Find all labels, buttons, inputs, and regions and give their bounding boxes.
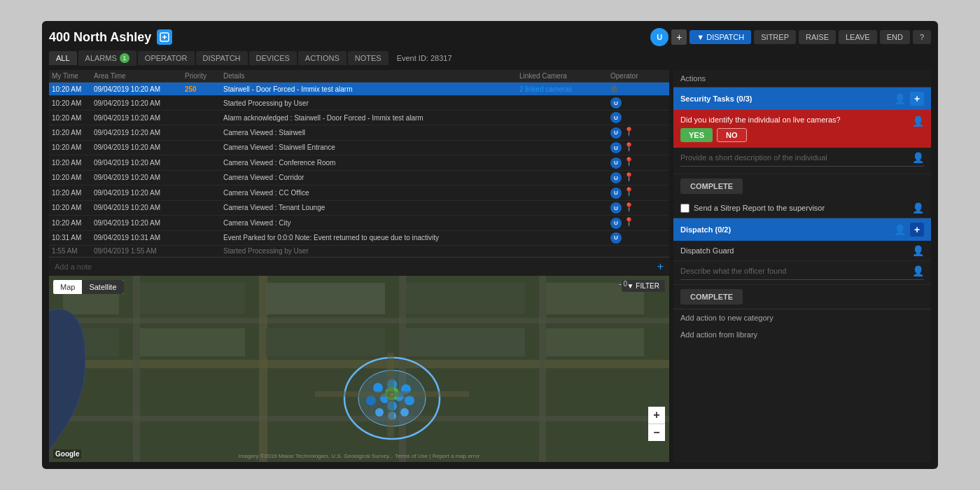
cell-details: Camera Viewed : CC Office [223, 189, 519, 197]
cell-priority: 250 [185, 85, 223, 93]
security-tasks-header-right: 👤 + [894, 92, 924, 106]
dispatch-guard-item: Dispatch Guard 👤 [673, 241, 931, 261]
cell-my-time: 10:20 AM [52, 114, 94, 122]
map-area: ● Map Satellite ▼ FILTER [49, 276, 669, 463]
map-counter: - 0 [619, 280, 627, 288]
svg-rect-35 [387, 353, 394, 437]
tab-alarms[interactable]: ALARMS 1 [78, 50, 136, 66]
svg-point-21 [373, 383, 383, 393]
raise-nav-button[interactable]: RAISE [799, 30, 836, 44]
svg-rect-8 [539, 276, 546, 463]
dispatch-tasks-label: Dispatch (0/2) [680, 225, 731, 234]
operator-icon: U [610, 127, 622, 139]
tab-operator[interactable]: OPERATOR [138, 51, 195, 65]
cell-details: Started Processing by User [223, 99, 519, 107]
satellite-map: ● Map Satellite ▼ FILTER [49, 276, 669, 463]
add-button[interactable]: + [671, 29, 687, 45]
dispatch-tasks-add-button[interactable]: + [910, 223, 924, 237]
log-row[interactable]: 1:55 AM 09/04/2019 1:55 AM Started Proce… [49, 246, 669, 257]
person-icon-dispatch: 👤 [894, 224, 906, 235]
cell-area-time: 09/04/2019 10:20 AM [94, 189, 185, 197]
log-row[interactable]: 10:20 AM 09/04/2019 10:20 AM Started Pro… [49, 96, 669, 111]
add-action-library[interactable]: Add action from library [673, 326, 931, 343]
operator-icon: U [610, 112, 622, 123]
cell-area-time: 09/04/2019 10:20 AM [94, 174, 185, 181]
tab-actions[interactable]: ACTIONS [298, 51, 346, 65]
svg-point-28 [405, 396, 414, 405]
cell-operator: U 📍 [610, 202, 666, 214]
cell-area-time: 09/04/2019 10:20 AM [94, 144, 185, 151]
log-row[interactable]: 10:20 AM 09/04/2019 10:20 AM Alarm ackno… [49, 111, 669, 125]
log-row[interactable]: 10:20 AM 09/04/2019 10:20 AM Camera View… [49, 201, 669, 216]
operator-icon: U [610, 232, 622, 244]
svg-rect-3 [49, 360, 669, 368]
person-icon: 👤 [894, 93, 906, 104]
security-complete-button[interactable]: COMPLETE [680, 178, 743, 194]
map-view-button[interactable]: Map [53, 280, 82, 294]
delete-icon[interactable]: 🗑 [610, 84, 619, 94]
add-note-button[interactable]: + [657, 260, 664, 273]
log-row[interactable]: 10:20 AM 09/04/2019 10:20 AM 250 Stairwe… [49, 83, 669, 96]
cell-linked-camera: 2 linked cameras [519, 85, 610, 93]
cell-operator: U 📍 [610, 187, 666, 199]
yes-button[interactable]: YES [680, 128, 713, 142]
log-row[interactable]: 10:20 AM 09/04/2019 10:20 AM Camera View… [49, 155, 669, 171]
sitrep-checkbox[interactable] [680, 204, 690, 213]
zoom-in-button[interactable]: + [648, 407, 665, 424]
cell-details: Alarm acknowledged : Stairwell - Door Fo… [223, 114, 519, 122]
tab-dispatch[interactable]: DISPATCH [196, 51, 248, 65]
log-row[interactable]: 10:20 AM 09/04/2019 10:20 AM Camera View… [49, 216, 669, 231]
sitrep-nav-button[interactable]: SITREP [754, 30, 796, 44]
tab-devices[interactable]: DEVICES [249, 51, 297, 65]
security-tasks-add-button[interactable]: + [910, 92, 924, 106]
log-row[interactable]: 10:20 AM 09/04/2019 10:20 AM Camera View… [49, 186, 669, 201]
person-icon-guard: 👤 [912, 245, 924, 256]
svg-point-33 [400, 408, 409, 416]
log-row[interactable]: 10:20 AM 09/04/2019 10:20 AM Camera View… [49, 125, 669, 141]
cell-details: Stairwell - Door Forced - Immix test ala… [223, 85, 519, 93]
header-right: U + ▼ DISPATCH SITREP RAISE LEAVE END ? [650, 28, 931, 46]
dispatch-tasks-header: Dispatch (0/2) 👤 + [673, 218, 931, 241]
tab-notes[interactable]: NOTES [348, 51, 388, 65]
operator-icon: U [610, 97, 622, 108]
cell-details: Camera Viewed : Corridor [223, 174, 519, 181]
security-tasks-label: Security Tasks (0/3) [680, 94, 752, 103]
svg-point-27 [366, 396, 376, 405]
cell-area-time: 09/04/2019 10:20 AM [94, 114, 185, 122]
cell-operator: U [610, 97, 666, 108]
svg-rect-4 [49, 416, 669, 421]
add-action-category[interactable]: Add action to new category [673, 309, 931, 326]
help-nav-button[interactable]: ? [913, 30, 931, 44]
event-id: Event ID: 28317 [397, 54, 452, 62]
svg-rect-10 [140, 283, 245, 314]
security-tasks-header: Security Tasks (0/3) 👤 + [673, 88, 931, 110]
location-icon: 📍 [624, 142, 634, 152]
end-nav-button[interactable]: END [880, 30, 910, 44]
site-icon[interactable] [157, 29, 172, 45]
svg-rect-15 [140, 328, 245, 356]
log-table: My Time Area Time Priority Details Linke… [49, 70, 669, 257]
no-button[interactable]: NO [717, 128, 747, 142]
site-title: 400 North Ashley [49, 30, 151, 45]
location-icon: 📍 [624, 217, 634, 227]
tab-all[interactable]: ALL [49, 51, 77, 65]
alarms-badge: 1 [120, 53, 130, 63]
log-row[interactable]: 10:20 AM 09/04/2019 10:20 AM Camera View… [49, 171, 669, 186]
cell-my-time: 10:20 AM [52, 144, 94, 151]
log-row[interactable]: 10:31 AM 09/04/2019 10:31 AM Event Parke… [49, 231, 669, 246]
cell-area-time: 09/04/2019 10:20 AM [94, 99, 185, 107]
user-avatar: U [650, 28, 668, 46]
security-tasks-section: Security Tasks (0/3) 👤 + Did you identif… [673, 88, 931, 218]
zoom-out-button[interactable]: − [648, 424, 665, 441]
satellite-view-button[interactable]: Satellite [82, 280, 123, 294]
cell-operator: U [610, 112, 666, 123]
cell-my-time: 10:20 AM [52, 174, 94, 181]
leave-nav-button[interactable]: LEAVE [839, 30, 877, 44]
right-panel: Actions Security Tasks (0/3) 👤 + Did you… [673, 70, 931, 462]
dispatch-complete-button[interactable]: COMPLETE [680, 289, 743, 304]
map-filter-button[interactable]: ▼ FILTER [622, 280, 665, 292]
operator-icon: U [610, 142, 622, 153]
log-row[interactable]: 10:20 AM 09/04/2019 10:20 AM Camera View… [49, 141, 669, 156]
officer-found-item: Describe what the officer found 👤 [673, 261, 931, 285]
dispatch-nav-button[interactable]: ▼ DISPATCH [690, 30, 751, 44]
